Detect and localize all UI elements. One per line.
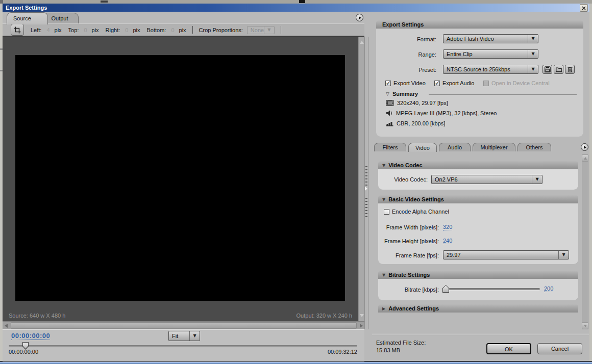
- folder-icon: [556, 66, 562, 72]
- desktop-edge-top: [0, 0, 592, 4]
- preset-label: Preset:: [376, 67, 436, 73]
- export-audio-checkbox[interactable]: Export Audio: [434, 80, 474, 86]
- preview-vertical-scrollbar[interactable]: [358, 37, 364, 321]
- triangle-down-icon: ▼: [382, 163, 385, 168]
- bitrate-settings-title: Bitrate Settings: [388, 272, 430, 278]
- basic-video-settings-header[interactable]: ▼ Basic Video Settings: [378, 195, 578, 203]
- horizontal-scroll-thumb[interactable]: [11, 322, 357, 329]
- close-button[interactable]: [580, 4, 588, 12]
- view-zoom-dropdown[interactable]: Fit ▼: [168, 331, 200, 341]
- tab-filters[interactable]: Filters: [374, 143, 406, 151]
- timeline-track[interactable]: [9, 345, 357, 347]
- settings-vertical-scrollbar[interactable]: [582, 154, 588, 329]
- splitter-collapse-icon[interactable]: [365, 187, 367, 191]
- splitter-grip[interactable]: [365, 166, 367, 186]
- chevron-down-icon: ▼: [562, 253, 565, 257]
- crop-right-unit: pix: [133, 27, 140, 33]
- bitrate-slider-track[interactable]: [446, 288, 540, 290]
- bitrate-settings-header[interactable]: ▼ Bitrate Settings: [378, 271, 578, 279]
- crop-left-value[interactable]: 4: [46, 27, 50, 33]
- toolbar-separator: [281, 26, 281, 34]
- audio-speaker-icon: [386, 110, 393, 116]
- format-dropdown[interactable]: Adobe Flash Video ▼: [443, 34, 538, 43]
- range-dropdown[interactable]: Entire Clip ▼: [443, 49, 538, 59]
- video-codec-header[interactable]: ▼ Video Codec: [378, 161, 578, 169]
- crop-icon: [14, 27, 21, 34]
- settings-scroll-up-button[interactable]: [582, 154, 588, 162]
- summary-title: Summary: [392, 91, 418, 97]
- triangle-right-icon: ▶: [382, 306, 385, 311]
- estimated-file-size-label: Estimated File Size:: [376, 340, 426, 346]
- checkbox-checked-icon[interactable]: [434, 81, 440, 86]
- summary-audio-row: MPEG Layer III (MP3), 32 [kbps], Stereo: [386, 110, 497, 116]
- save-preset-button[interactable]: [542, 65, 552, 74]
- preset-value: NTSC Source to 256kbps: [443, 66, 528, 72]
- tab-overflow-button[interactable]: [581, 143, 588, 151]
- scroll-down-icon[interactable]: [360, 314, 364, 317]
- crop-top-value[interactable]: 0: [84, 27, 87, 33]
- save-icon: [545, 66, 551, 72]
- encode-alpha-checkbox[interactable]: Encode Alpha Channel: [384, 209, 449, 215]
- crop-proportions-label: Crop Proportions:: [199, 27, 243, 33]
- frame-rate-label: Frame Rate [fps]:: [376, 252, 439, 258]
- open-device-central-label: Open in Device Central: [491, 80, 550, 86]
- ok-button[interactable]: OK: [486, 343, 531, 354]
- crop-toolbar: Left: 4 pix Top: 0 pix Right: 0 pix Bott…: [3, 23, 364, 37]
- close-icon: [582, 6, 586, 10]
- import-preset-button[interactable]: [554, 65, 563, 74]
- checkbox-unchecked-icon[interactable]: [384, 209, 389, 215]
- crop-button[interactable]: [11, 24, 24, 36]
- flyout-arrow-icon: [359, 16, 361, 19]
- bitrate-icon: [386, 120, 393, 126]
- video-codec-label: Video Codec:: [376, 176, 428, 183]
- export-settings-dialog: Export Settings Output Source Left: 4 pi…: [0, 0, 592, 364]
- source-dimensions-label: Source: 640 w X 480 h: [9, 313, 65, 319]
- video-codec-dropdown[interactable]: On2 VP6 ▼: [431, 175, 542, 184]
- checkbox-checked-icon[interactable]: [385, 81, 391, 86]
- video-frame-icon: [386, 100, 394, 106]
- toolbar-separator: [192, 26, 193, 34]
- bitrate-value[interactable]: 200: [544, 285, 553, 292]
- crop-bottom-value[interactable]: 0: [171, 27, 174, 33]
- scroll-up-icon: [584, 157, 587, 160]
- frame-width-label: Frame Width [pixels]:: [376, 224, 439, 230]
- crop-top-label: Top:: [68, 27, 79, 33]
- preset-dropdown[interactable]: NTSC Source to 256kbps ▼: [443, 65, 538, 74]
- crop-proportions-dropdown: None ▼: [247, 26, 275, 34]
- format-value: Adobe Flash Video: [443, 36, 528, 42]
- chevron-down-icon: ▼: [531, 67, 534, 71]
- range-label: Range:: [376, 51, 436, 58]
- frame-rate-dropdown[interactable]: 29.97 ▼: [443, 250, 569, 259]
- summary-audio-text: MPEG Layer III (MP3), 32 [kbps], Stereo: [396, 110, 497, 116]
- summary-video-row: 320x240, 29.97 [fps]: [386, 100, 448, 106]
- title-bar[interactable]: Export Settings: [3, 4, 589, 12]
- cancel-button[interactable]: Cancel: [537, 343, 582, 354]
- video-preview-frame: [15, 55, 345, 301]
- settings-scroll-down-button[interactable]: [582, 322, 588, 329]
- tab-audio[interactable]: Audio: [439, 143, 471, 151]
- frame-height-value[interactable]: 240: [443, 238, 452, 244]
- delete-preset-button[interactable]: [565, 65, 575, 74]
- preview-horizontal-scrollbar[interactable]: [3, 321, 364, 329]
- scroll-up-icon[interactable]: [360, 41, 364, 44]
- crop-right-value[interactable]: 0: [125, 27, 128, 33]
- tab-source[interactable]: Source: [7, 12, 48, 24]
- current-timecode-field[interactable]: 00:00:00:00: [11, 332, 50, 340]
- summary-video-text: 320x240, 29.97 [fps]: [397, 100, 448, 106]
- crop-top-unit: pix: [92, 27, 99, 33]
- frame-width-value[interactable]: 320: [443, 224, 452, 230]
- export-video-label: Export Video: [393, 80, 426, 86]
- crop-left-unit: pix: [55, 27, 62, 33]
- advanced-settings-header[interactable]: ▶ Advanced Settings: [378, 304, 578, 313]
- scroll-left-icon[interactable]: [5, 324, 8, 328]
- tab-others[interactable]: Others: [517, 143, 551, 151]
- export-video-checkbox[interactable]: Export Video: [385, 80, 426, 86]
- timeline-start-label: 00:00:00:00: [9, 349, 38, 355]
- tab-video[interactable]: Video: [408, 143, 437, 152]
- summary-expander[interactable]: ▽ Summary: [386, 91, 418, 97]
- source-panel-menu-button[interactable]: [356, 14, 363, 21]
- tab-multiplexer[interactable]: Multiplexer: [473, 143, 515, 151]
- scroll-right-icon[interactable]: [360, 324, 363, 328]
- splitter-grip[interactable]: [365, 198, 367, 217]
- chevron-down-icon: ▼: [535, 177, 538, 181]
